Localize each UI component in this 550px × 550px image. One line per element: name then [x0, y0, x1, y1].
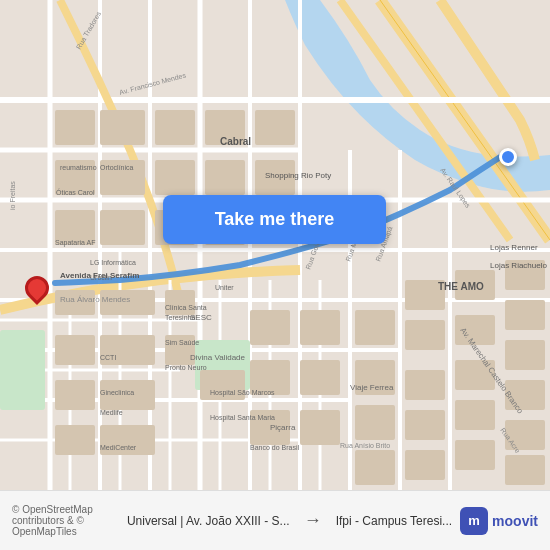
svg-text:Lojas Riachuelo: Lojas Riachuelo — [490, 261, 547, 270]
svg-rect-48 — [55, 380, 95, 410]
svg-text:LG Informática: LG Informática — [90, 259, 136, 266]
moovit-logo: m moovit — [460, 507, 538, 535]
take-me-there-button[interactable]: Take me there — [163, 195, 386, 244]
svg-rect-61 — [405, 320, 445, 350]
origin-marker — [499, 148, 517, 166]
svg-text:Teresinha: Teresinha — [165, 314, 195, 321]
svg-text:Gineclinica: Gineclinica — [100, 389, 134, 396]
svg-text:Pronto Neuro: Pronto Neuro — [165, 364, 207, 371]
svg-rect-29 — [100, 110, 145, 145]
svg-text:MediCenter: MediCenter — [100, 444, 137, 451]
svg-rect-56 — [300, 360, 340, 395]
svg-text:Divina Validade: Divina Validade — [190, 353, 246, 362]
svg-text:Clínica Santa: Clínica Santa — [165, 304, 207, 311]
svg-rect-66 — [355, 450, 395, 485]
route-arrow-container: → — [298, 510, 328, 531]
route-from: Universal | Av. João XXIII - S... — [127, 514, 290, 528]
svg-text:Óticas Carol: Óticas Carol — [56, 188, 95, 196]
svg-text:Cabral: Cabral — [220, 136, 251, 147]
route-to-label: Ifpi - Campus Teresi... — [336, 514, 452, 528]
svg-text:Rua Álvaro Mendes: Rua Álvaro Mendes — [60, 295, 130, 304]
moovit-icon-letter: m — [468, 513, 480, 528]
svg-text:io Freitas: io Freitas — [9, 181, 16, 210]
svg-text:Sapataria AF: Sapataria AF — [55, 239, 95, 247]
route-from-label: Universal | Av. João XXIII - S... — [127, 514, 290, 528]
svg-text:Avenida Frei Serafim: Avenida Frei Serafim — [60, 271, 139, 280]
svg-text:Hospital São Marcos: Hospital São Marcos — [210, 389, 275, 397]
svg-rect-78 — [505, 455, 545, 485]
svg-rect-36 — [255, 110, 295, 145]
svg-rect-58 — [300, 410, 340, 445]
svg-rect-34 — [155, 160, 195, 195]
svg-rect-53 — [250, 310, 290, 345]
destination-marker — [25, 276, 49, 306]
svg-text:THE AMO: THE AMO — [438, 281, 484, 292]
svg-text:Shopping Rio Poty: Shopping Rio Poty — [265, 171, 331, 180]
svg-text:Piçarra: Piçarra — [270, 423, 296, 432]
svg-rect-59 — [355, 310, 395, 345]
svg-rect-39 — [100, 210, 145, 245]
pin-head — [20, 271, 54, 305]
svg-rect-69 — [405, 450, 445, 480]
bottom-bar: © OpenStreetMap contributors & © OpenMap… — [0, 490, 550, 550]
route-arrow-icon: → — [304, 510, 322, 531]
svg-rect-32 — [155, 110, 195, 145]
moovit-text: moovit — [492, 513, 538, 529]
svg-text:reumatismo: reumatismo — [60, 164, 97, 171]
svg-rect-71 — [455, 400, 495, 430]
take-me-there-label: Take me there — [215, 209, 335, 230]
map-attribution: © OpenStreetMap contributors & © OpenMap… — [12, 504, 119, 537]
svg-rect-54 — [300, 310, 340, 345]
svg-text:CCTI: CCTI — [100, 354, 116, 361]
svg-rect-72 — [455, 440, 495, 470]
svg-rect-35 — [205, 160, 245, 195]
svg-rect-28 — [55, 110, 95, 145]
svg-rect-74 — [505, 300, 545, 330]
svg-rect-75 — [505, 340, 545, 370]
svg-text:Viaje Ferrea: Viaje Ferrea — [350, 383, 394, 392]
svg-text:Hospital Santa Maria: Hospital Santa Maria — [210, 414, 275, 422]
svg-text:Rua Anísio Brito: Rua Anísio Brito — [340, 442, 390, 449]
moovit-icon: m — [460, 507, 488, 535]
svg-text:Uniter: Uniter — [215, 284, 234, 291]
map-svg: Cabral THE AMO SESC Divina Validade Viaj… — [0, 0, 550, 490]
svg-rect-26 — [0, 330, 45, 410]
svg-text:Sim Saúde: Sim Saúde — [165, 339, 199, 346]
svg-rect-45 — [55, 335, 95, 365]
svg-rect-68 — [405, 410, 445, 440]
svg-text:Lojas Renner: Lojas Renner — [490, 243, 538, 252]
svg-text:Banco do Brasil: Banco do Brasil — [250, 444, 299, 451]
svg-text:Ortoclínica: Ortoclínica — [100, 164, 134, 171]
svg-text:Medlife: Medlife — [100, 409, 123, 416]
route-to: Ifpi - Campus Teresi... — [336, 514, 452, 528]
svg-rect-44 — [165, 290, 195, 315]
map-container: Cabral THE AMO SESC Divina Validade Viaj… — [0, 0, 550, 490]
svg-rect-50 — [55, 425, 95, 455]
svg-rect-65 — [355, 405, 395, 440]
svg-rect-67 — [405, 370, 445, 400]
